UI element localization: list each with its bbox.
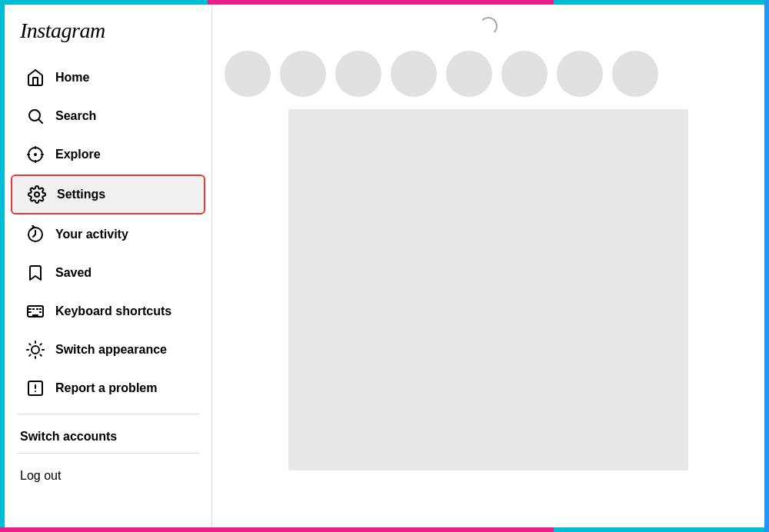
sidebar-item-keyboard-shortcuts[interactable]: Keyboard shortcuts [11, 293, 205, 330]
story-circle-4[interactable] [391, 51, 437, 97]
switch-appearance-label: Switch appearance [55, 343, 167, 357]
story-circle-8[interactable] [612, 51, 658, 97]
top-bar [208, 0, 554, 5]
sidebar-item-home[interactable]: Home [11, 59, 205, 96]
keyboard-shortcuts-label: Keyboard shortcuts [55, 304, 171, 318]
sidebar-item-search[interactable]: Search [11, 98, 205, 135]
story-circle-5[interactable] [446, 51, 492, 97]
your-activity-label: Your activity [55, 228, 128, 241]
svg-rect-19 [32, 308, 35, 310]
logo-area: Instagram [5, 5, 211, 55]
sidebar: Instagram Home Search [5, 5, 212, 527]
sidebar-item-your-activity[interactable]: Your activity [11, 216, 205, 253]
activity-icon [26, 225, 45, 244]
settings-icon [28, 185, 46, 204]
svg-rect-18 [28, 308, 31, 310]
appearance-icon [26, 341, 45, 359]
svg-rect-22 [28, 311, 31, 313]
app-container: Instagram Home Search [5, 5, 764, 527]
search-label: Search [55, 109, 96, 123]
story-circle-2[interactable] [280, 51, 326, 97]
main-content [212, 5, 764, 527]
sidebar-item-saved[interactable]: Saved [11, 254, 205, 291]
report-problem-label: Report a problem [55, 381, 157, 395]
svg-point-0 [29, 110, 40, 121]
keyboard-icon [26, 302, 45, 321]
explore-icon [26, 145, 45, 164]
spinner-container [212, 5, 764, 45]
sidebar-item-report-problem[interactable]: Report a problem [11, 370, 205, 407]
svg-rect-21 [39, 308, 42, 310]
instagram-logo: Instagram [20, 18, 105, 42]
svg-point-3 [35, 154, 36, 155]
svg-line-33 [40, 344, 41, 344]
saved-label: Saved [55, 266, 92, 280]
story-circle-6[interactable] [501, 51, 548, 97]
svg-point-25 [32, 346, 39, 354]
saved-icon [26, 264, 45, 282]
sidebar-divider [17, 414, 199, 414]
explore-label: Explore [55, 148, 101, 161]
stories-row [212, 45, 764, 109]
sidebar-item-explore[interactable]: Explore [11, 136, 205, 173]
search-icon [26, 107, 45, 125]
switch-accounts-label[interactable]: Switch accounts [5, 421, 211, 447]
sidebar-item-settings[interactable]: Settings [11, 175, 205, 214]
home-label: Home [55, 71, 89, 85]
svg-line-32 [29, 354, 30, 355]
settings-label: Settings [57, 188, 105, 201]
svg-rect-24 [32, 314, 38, 316]
svg-rect-23 [39, 311, 42, 313]
home-icon [26, 68, 45, 87]
story-circle-7[interactable] [557, 51, 603, 97]
content-placeholder [288, 109, 688, 470]
sidebar-divider-2 [17, 453, 199, 454]
svg-rect-20 [36, 308, 38, 310]
report-icon [26, 379, 45, 397]
log-out-label[interactable]: Log out [5, 460, 211, 492]
story-circle-3[interactable] [335, 51, 381, 97]
svg-line-29 [40, 354, 41, 355]
right-bar [764, 0, 769, 532]
svg-line-28 [29, 344, 30, 344]
story-circle-1[interactable] [225, 51, 271, 97]
bottom-bar [0, 527, 554, 532]
svg-line-1 [39, 120, 42, 123]
spinner-inner [479, 17, 498, 35]
loading-spinner [479, 17, 498, 35]
svg-point-8 [35, 192, 39, 197]
sidebar-item-switch-appearance[interactable]: Switch appearance [11, 331, 205, 368]
